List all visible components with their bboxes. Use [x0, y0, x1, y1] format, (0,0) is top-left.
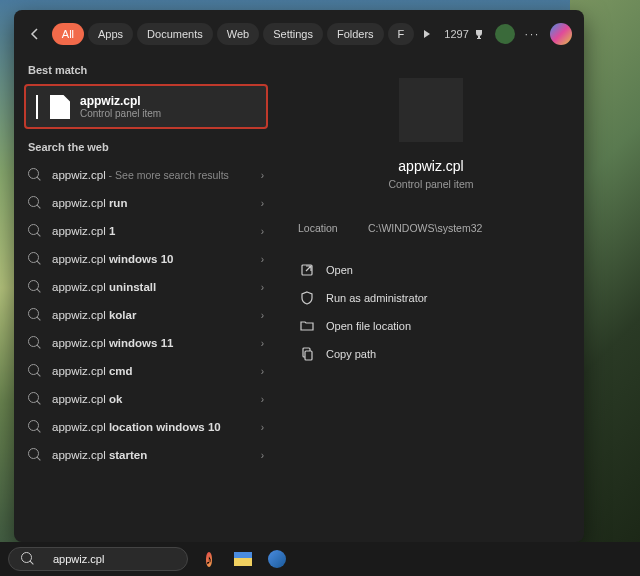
chevron-right-icon[interactable]: ›: [261, 422, 264, 433]
action-admin[interactable]: Run as administrator: [298, 286, 564, 310]
location-value: C:\WINDOWS\system32: [368, 222, 482, 234]
web-result-item[interactable]: appwiz.cpl cmd›: [24, 357, 268, 385]
taskbar-app-explorer[interactable]: [230, 546, 256, 572]
web-result-text: appwiz.cpl uninstall: [52, 281, 257, 293]
web-result-text: appwiz.cpl ok: [52, 393, 257, 405]
search-web-label: Search the web: [28, 141, 264, 153]
web-result-text: appwiz.cpl location windows 10: [52, 421, 257, 433]
web-result-text: appwiz.cpl windows 11: [52, 337, 257, 349]
web-result-item[interactable]: appwiz.cpl kolar›: [24, 301, 268, 329]
taskbar-search-box[interactable]: appwiz.cpl: [8, 547, 188, 571]
search-icon: [28, 336, 42, 350]
selection-indicator: [36, 95, 38, 119]
web-result-text: appwiz.cpl windows 10: [52, 253, 257, 265]
folder-icon: [300, 319, 314, 333]
web-result-text: appwiz.cpl starten: [52, 449, 257, 461]
action-label: Run as administrator: [326, 292, 428, 304]
best-match-label: Best match: [28, 64, 264, 76]
preview-pane: appwiz.cpl Control panel item Location C…: [278, 58, 584, 542]
chevron-right-icon[interactable]: ›: [261, 394, 264, 405]
web-result-item[interactable]: appwiz.cpl location windows 10›: [24, 413, 268, 441]
taskbar: appwiz.cpl ♪: [0, 542, 640, 576]
search-icon: [28, 448, 42, 462]
web-result-item[interactable]: appwiz.cpl windows 10›: [24, 245, 268, 273]
search-icon: [28, 224, 42, 238]
web-result-item[interactable]: appwiz.cpl starten›: [24, 441, 268, 469]
web-result-item[interactable]: appwiz.cpl uninstall›: [24, 273, 268, 301]
filter-tabs: All Apps Documents Web Settings Folders …: [52, 23, 437, 45]
web-result-item[interactable]: appwiz.cpl run›: [24, 189, 268, 217]
tab-apps[interactable]: Apps: [88, 23, 133, 45]
chevron-right-icon[interactable]: ›: [261, 226, 264, 237]
chevron-right-icon[interactable]: ›: [261, 198, 264, 209]
chevron-right-icon[interactable]: ›: [261, 338, 264, 349]
back-button[interactable]: [26, 20, 44, 48]
tab-folders[interactable]: Folders: [327, 23, 384, 45]
search-icon: [28, 168, 42, 182]
location-label: Location: [298, 222, 368, 234]
search-input-value: appwiz.cpl: [53, 553, 104, 565]
action-list: OpenRun as administratorOpen file locati…: [298, 258, 564, 366]
web-result-text: appwiz.cpl kolar: [52, 309, 257, 321]
search-icon: [21, 552, 35, 566]
web-result-item[interactable]: appwiz.cpl windows 11›: [24, 329, 268, 357]
results-left-column: Best match appwiz.cpl Control panel item…: [14, 58, 278, 542]
action-copy[interactable]: Copy path: [298, 342, 564, 366]
preview-subtitle: Control panel item: [388, 178, 473, 190]
search-icon: [28, 420, 42, 434]
search-icon: [28, 364, 42, 378]
tab-documents[interactable]: Documents: [137, 23, 213, 45]
user-avatar[interactable]: [495, 24, 515, 44]
tab-settings[interactable]: Settings: [263, 23, 323, 45]
chevron-right-icon[interactable]: ›: [261, 450, 264, 461]
web-result-item[interactable]: appwiz.cpl - See more search results›: [24, 161, 268, 189]
search-results-panel: All Apps Documents Web Settings Folders …: [14, 10, 584, 542]
more-options[interactable]: ···: [525, 28, 540, 40]
copilot-icon[interactable]: [550, 23, 572, 45]
web-result-text: appwiz.cpl 1: [52, 225, 257, 237]
preview-thumbnail: [399, 78, 463, 142]
best-match-subtitle: Control panel item: [80, 108, 161, 119]
search-icon: [28, 196, 42, 210]
location-row: Location C:\WINDOWS\system32: [298, 222, 564, 234]
web-result-text: appwiz.cpl run: [52, 197, 257, 209]
action-label: Open: [326, 264, 353, 276]
search-icon: [28, 252, 42, 266]
taskbar-app-edge[interactable]: [264, 546, 290, 572]
web-result-item[interactable]: appwiz.cpl ok›: [24, 385, 268, 413]
tab-all[interactable]: All: [52, 23, 84, 45]
web-result-item[interactable]: appwiz.cpl 1›: [24, 217, 268, 245]
copy-icon: [300, 347, 314, 361]
tabs-scroll-right[interactable]: [418, 29, 436, 39]
action-label: Open file location: [326, 320, 411, 332]
taskbar-app-amd[interactable]: ♪: [196, 546, 222, 572]
search-icon: [28, 280, 42, 294]
web-result-text: appwiz.cpl - See more search results: [52, 169, 257, 181]
preview-title: appwiz.cpl: [398, 158, 463, 174]
rewards-score[interactable]: 1297: [444, 28, 484, 40]
action-label: Copy path: [326, 348, 376, 360]
svg-rect-2: [305, 351, 312, 360]
best-match-title: appwiz.cpl: [80, 94, 161, 108]
trophy-icon: [473, 28, 485, 40]
chevron-right-icon[interactable]: ›: [261, 310, 264, 321]
header-right: 1297 ···: [444, 23, 572, 45]
tab-more-f[interactable]: F: [388, 23, 415, 45]
chevron-right-icon[interactable]: ›: [261, 366, 264, 377]
chevron-right-icon[interactable]: ›: [261, 254, 264, 265]
chevron-right-icon[interactable]: ›: [261, 282, 264, 293]
best-match-result[interactable]: appwiz.cpl Control panel item: [24, 84, 268, 129]
file-icon: [50, 95, 70, 119]
action-open[interactable]: Open: [298, 258, 564, 282]
admin-icon: [300, 291, 314, 305]
web-result-text: appwiz.cpl cmd: [52, 365, 257, 377]
tab-web[interactable]: Web: [217, 23, 259, 45]
web-results-list: appwiz.cpl - See more search results›app…: [24, 161, 268, 469]
open-icon: [300, 263, 314, 277]
panel-header: All Apps Documents Web Settings Folders …: [14, 10, 584, 58]
chevron-right-icon[interactable]: ›: [261, 170, 264, 181]
score-value: 1297: [444, 28, 468, 40]
search-icon: [28, 392, 42, 406]
action-folder[interactable]: Open file location: [298, 314, 564, 338]
search-icon: [28, 308, 42, 322]
